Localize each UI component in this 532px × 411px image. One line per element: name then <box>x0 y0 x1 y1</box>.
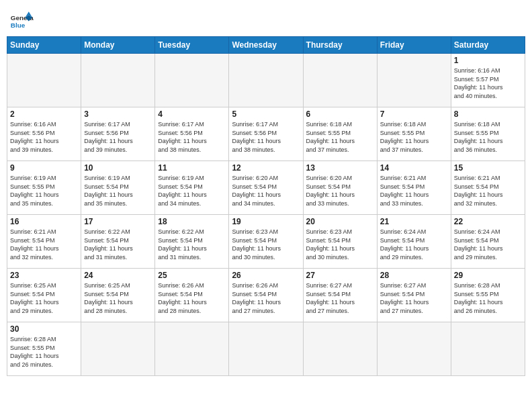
day-number: 11 <box>158 163 226 173</box>
day-number: 19 <box>232 217 300 226</box>
day-cell: 15Sunrise: 6:21 AM Sunset: 5:54 PM Dayli… <box>451 161 525 215</box>
day-info: Sunrise: 6:16 AM Sunset: 5:57 PM Dayligh… <box>454 66 522 100</box>
day-cell: 12Sunrise: 6:20 AM Sunset: 5:54 PM Dayli… <box>229 161 303 215</box>
day-number: 23 <box>10 271 78 280</box>
day-info: Sunrise: 6:16 AM Sunset: 5:56 PM Dayligh… <box>10 120 78 154</box>
day-cell: 25Sunrise: 6:26 AM Sunset: 5:54 PM Dayli… <box>155 269 229 322</box>
day-info: Sunrise: 6:17 AM Sunset: 5:56 PM Dayligh… <box>158 120 226 154</box>
day-cell <box>303 322 377 376</box>
day-cell: 30Sunrise: 6:28 AM Sunset: 5:55 PM Dayli… <box>7 322 81 376</box>
day-number: 5 <box>232 109 300 119</box>
day-number: 13 <box>306 163 374 173</box>
day-info: Sunrise: 6:27 AM Sunset: 5:54 PM Dayligh… <box>380 281 448 315</box>
day-number: 1 <box>454 56 522 65</box>
day-info: Sunrise: 6:19 AM Sunset: 5:55 PM Dayligh… <box>10 174 78 208</box>
day-cell: 5Sunrise: 6:17 AM Sunset: 5:56 PM Daylig… <box>229 107 303 161</box>
day-number: 3 <box>84 109 152 119</box>
day-number: 28 <box>380 271 448 280</box>
day-number: 4 <box>158 109 226 119</box>
page-header: General Blue <box>7 7 525 31</box>
day-info: Sunrise: 6:19 AM Sunset: 5:54 PM Dayligh… <box>158 174 226 208</box>
day-info: Sunrise: 6:27 AM Sunset: 5:54 PM Dayligh… <box>306 281 374 315</box>
day-info: Sunrise: 6:18 AM Sunset: 5:55 PM Dayligh… <box>380 120 448 154</box>
day-number: 14 <box>380 163 448 173</box>
day-cell: 17Sunrise: 6:22 AM Sunset: 5:54 PM Dayli… <box>81 215 155 269</box>
day-info: Sunrise: 6:26 AM Sunset: 5:54 PM Dayligh… <box>232 281 300 315</box>
day-number: 26 <box>232 271 300 280</box>
day-number: 25 <box>158 271 226 280</box>
day-cell: 11Sunrise: 6:19 AM Sunset: 5:54 PM Dayli… <box>155 161 229 215</box>
day-info: Sunrise: 6:20 AM Sunset: 5:54 PM Dayligh… <box>232 174 300 208</box>
day-info: Sunrise: 6:21 AM Sunset: 5:54 PM Dayligh… <box>10 228 78 261</box>
day-info: Sunrise: 6:21 AM Sunset: 5:54 PM Dayligh… <box>380 174 448 208</box>
day-cell <box>377 322 451 376</box>
day-number: 29 <box>454 271 522 280</box>
day-number: 27 <box>306 271 374 280</box>
day-cell: 23Sunrise: 6:25 AM Sunset: 5:54 PM Dayli… <box>7 269 81 322</box>
day-number: 22 <box>454 217 522 226</box>
logo-icon: General Blue <box>9 7 34 31</box>
day-number: 21 <box>380 217 448 226</box>
day-cell: 14Sunrise: 6:21 AM Sunset: 5:54 PM Dayli… <box>377 161 451 215</box>
week-row-6: 30Sunrise: 6:28 AM Sunset: 5:55 PM Dayli… <box>7 322 525 376</box>
weekday-tuesday: Tuesday <box>155 37 229 54</box>
day-info: Sunrise: 6:28 AM Sunset: 5:55 PM Dayligh… <box>454 281 522 315</box>
weekday-thursday: Thursday <box>303 37 377 54</box>
calendar-table: SundayMondayTuesdayWednesdayThursdayFrid… <box>7 36 525 376</box>
day-number: 6 <box>306 109 374 119</box>
weekday-friday: Friday <box>377 37 451 54</box>
day-cell <box>7 54 81 107</box>
day-number: 9 <box>10 163 78 173</box>
day-number: 24 <box>84 271 152 280</box>
day-number: 7 <box>380 109 448 119</box>
day-number: 30 <box>10 324 78 334</box>
day-info: Sunrise: 6:19 AM Sunset: 5:54 PM Dayligh… <box>84 174 152 208</box>
day-cell: 26Sunrise: 6:26 AM Sunset: 5:54 PM Dayli… <box>229 269 303 322</box>
day-number: 18 <box>158 217 226 226</box>
day-cell: 28Sunrise: 6:27 AM Sunset: 5:54 PM Dayli… <box>377 269 451 322</box>
day-number: 8 <box>454 109 522 119</box>
week-row-1: 1Sunrise: 6:16 AM Sunset: 5:57 PM Daylig… <box>7 54 525 107</box>
day-number: 10 <box>84 163 152 173</box>
day-info: Sunrise: 6:26 AM Sunset: 5:54 PM Dayligh… <box>158 281 226 315</box>
day-cell: 3Sunrise: 6:17 AM Sunset: 5:56 PM Daylig… <box>81 107 155 161</box>
weekday-header-row: SundayMondayTuesdayWednesdayThursdayFrid… <box>7 37 525 54</box>
day-number: 17 <box>84 217 152 226</box>
day-number: 15 <box>454 163 522 173</box>
day-cell: 21Sunrise: 6:24 AM Sunset: 5:54 PM Dayli… <box>377 215 451 269</box>
day-cell: 22Sunrise: 6:24 AM Sunset: 5:54 PM Dayli… <box>451 215 525 269</box>
day-cell: 13Sunrise: 6:20 AM Sunset: 5:54 PM Dayli… <box>303 161 377 215</box>
svg-text:Blue: Blue <box>11 21 26 29</box>
day-cell: 24Sunrise: 6:25 AM Sunset: 5:54 PM Dayli… <box>81 269 155 322</box>
day-cell <box>81 54 155 107</box>
day-info: Sunrise: 6:24 AM Sunset: 5:54 PM Dayligh… <box>380 228 448 261</box>
day-number: 12 <box>232 163 300 173</box>
day-cell: 29Sunrise: 6:28 AM Sunset: 5:55 PM Dayli… <box>451 269 525 322</box>
day-cell: 2Sunrise: 6:16 AM Sunset: 5:56 PM Daylig… <box>7 107 81 161</box>
day-cell <box>155 322 229 376</box>
day-info: Sunrise: 6:24 AM Sunset: 5:54 PM Dayligh… <box>454 228 522 261</box>
day-cell: 10Sunrise: 6:19 AM Sunset: 5:54 PM Dayli… <box>81 161 155 215</box>
day-info: Sunrise: 6:18 AM Sunset: 5:55 PM Dayligh… <box>454 120 522 154</box>
day-cell <box>451 322 525 376</box>
week-row-5: 23Sunrise: 6:25 AM Sunset: 5:54 PM Dayli… <box>7 269 525 322</box>
weekday-sunday: Sunday <box>7 37 81 54</box>
day-cell: 4Sunrise: 6:17 AM Sunset: 5:56 PM Daylig… <box>155 107 229 161</box>
day-info: Sunrise: 6:23 AM Sunset: 5:54 PM Dayligh… <box>306 228 374 261</box>
day-info: Sunrise: 6:18 AM Sunset: 5:55 PM Dayligh… <box>306 120 374 154</box>
day-cell: 1Sunrise: 6:16 AM Sunset: 5:57 PM Daylig… <box>451 54 525 107</box>
day-cell <box>155 54 229 107</box>
day-cell: 27Sunrise: 6:27 AM Sunset: 5:54 PM Dayli… <box>303 269 377 322</box>
day-cell <box>81 322 155 376</box>
week-row-3: 9Sunrise: 6:19 AM Sunset: 5:55 PM Daylig… <box>7 161 525 215</box>
day-info: Sunrise: 6:21 AM Sunset: 5:54 PM Dayligh… <box>454 174 522 208</box>
weekday-monday: Monday <box>81 37 155 54</box>
day-cell: 6Sunrise: 6:18 AM Sunset: 5:55 PM Daylig… <box>303 107 377 161</box>
day-cell <box>303 54 377 107</box>
day-cell: 8Sunrise: 6:18 AM Sunset: 5:55 PM Daylig… <box>451 107 525 161</box>
day-info: Sunrise: 6:22 AM Sunset: 5:54 PM Dayligh… <box>84 228 152 261</box>
day-number: 2 <box>10 109 78 119</box>
day-cell: 9Sunrise: 6:19 AM Sunset: 5:55 PM Daylig… <box>7 161 81 215</box>
day-cell <box>229 322 303 376</box>
day-cell: 20Sunrise: 6:23 AM Sunset: 5:54 PM Dayli… <box>303 215 377 269</box>
